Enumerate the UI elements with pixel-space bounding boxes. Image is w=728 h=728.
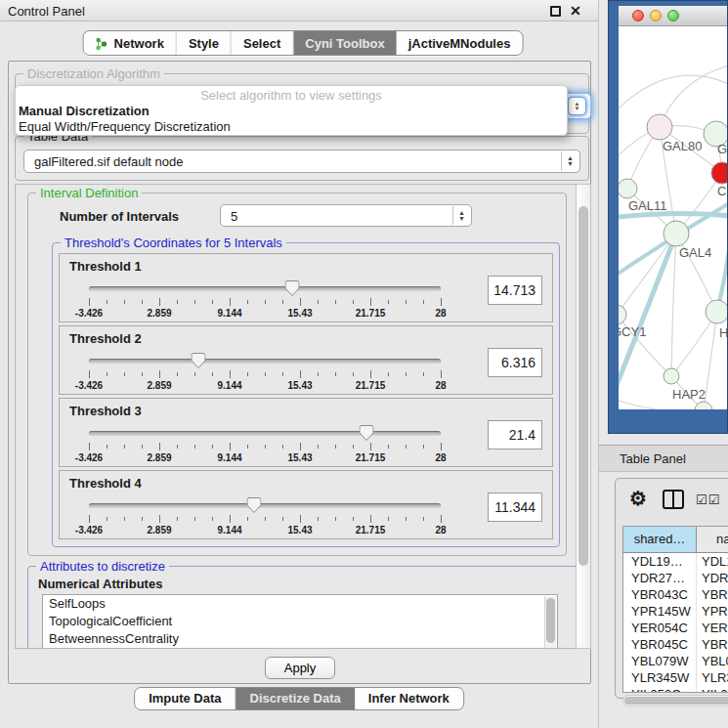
table-data-combobox[interactable]: galFiltered.sif default node ▲▼ [23, 150, 580, 173]
tab-network[interactable]: Network [84, 31, 177, 55]
tick-mark [107, 372, 107, 376]
close-icon[interactable]: ✕ [570, 3, 581, 19]
tick-mark [247, 517, 248, 521]
numerical-attributes-list[interactable]: SelfLoopsTopologicalCoefficientBetweenne… [42, 594, 558, 649]
attribute-list-item[interactable]: SelfLoops [43, 595, 557, 613]
slider-track[interactable] [89, 286, 441, 291]
network-edge[interactable] [619, 75, 727, 116]
threshold-4-slider[interactable]: -3.4262.8599.14415.4321.71528 [89, 498, 441, 537]
network-window-titlebar[interactable] [619, 6, 727, 26]
tab-discretize-data[interactable]: Discretize Data [236, 688, 355, 709]
table-row[interactable]: YBR043CYBR0 [623, 586, 728, 603]
scrollbar-thumb[interactable] [624, 697, 728, 705]
network-canvas[interactable]: GAL80GACGAL11GAL4GCY1HHAP2 [619, 26, 727, 409]
attribute-list-item[interactable]: TopologicalCoefficient [43, 613, 557, 630]
network-node[interactable] [664, 221, 689, 246]
network-node[interactable] [619, 179, 637, 198]
network-node[interactable] [695, 402, 712, 409]
threshold-2-slider[interactable]: -3.4262.8599.14415.4321.71528 [89, 354, 441, 393]
threshold-4-value-field[interactable]: 11.344 [488, 492, 542, 522]
slider-tick-labels: -3.4262.8599.14415.4321.71528 [89, 308, 441, 320]
slider-track[interactable] [89, 431, 441, 436]
slider-thumb[interactable] [284, 280, 299, 296]
attribute-list-item[interactable]: BetweennessCentrality [43, 630, 557, 648]
tick-mark [159, 370, 160, 378]
threshold-3-slider[interactable]: -3.4262.8599.14415.4321.71528 [89, 426, 441, 465]
tab-cyni-toolbox[interactable]: Cyni Toolbox [293, 31, 396, 55]
network-edge[interactable] [660, 65, 727, 127]
table-data-value: galFiltered.sif default node [34, 154, 183, 169]
control-panel-tabbar: Network Style Select Cyni Toolbox jActiv… [83, 30, 524, 56]
table-row[interactable]: YDL19…YDL1 [623, 553, 728, 570]
float-window-icon[interactable] [550, 6, 561, 17]
tab-style[interactable]: Style [177, 31, 232, 55]
column-layout-icon[interactable] [663, 490, 684, 509]
tab-infer-network[interactable]: Infer Network [355, 688, 463, 709]
tick-mark [441, 443, 442, 450]
table-row[interactable]: YIL052CYIL0 [623, 686, 728, 692]
network-node[interactable] [664, 368, 679, 384]
tick-mark [194, 300, 195, 304]
network-node-label: GAL80 [663, 139, 702, 153]
threshold-2-panel: Threshold 2-3.4262.8599.14415.4321.71528… [59, 325, 553, 395]
vertical-scrollbar[interactable] [576, 184, 591, 649]
column-header-name[interactable]: na [697, 527, 728, 552]
tick-mark [318, 445, 319, 449]
table-header-row: shared… na [623, 527, 728, 553]
table-row[interactable]: YER054CYER0 [623, 620, 728, 636]
network-node[interactable] [619, 305, 626, 324]
network-node[interactable] [706, 300, 727, 323]
slider-track[interactable] [89, 359, 441, 364]
tab-select[interactable]: Select [232, 31, 293, 55]
dropdown-option-manual-discretization[interactable]: Manual Discretization [16, 104, 567, 119]
tick-label: 9.144 [217, 525, 241, 535]
close-traffic-light-icon[interactable] [632, 10, 644, 21]
apply-button[interactable]: Apply [265, 657, 335, 679]
column-header-shared-name[interactable]: shared… [623, 527, 697, 552]
combobox-stepper-icon[interactable]: ▲▼ [561, 151, 578, 171]
tab-jactivemnodules[interactable]: jActiveMNodules [397, 31, 523, 55]
slider-track[interactable] [89, 503, 441, 508]
select-checkboxes-icon[interactable]: ☑☑ [696, 492, 720, 507]
attributes-list-scrollbar[interactable] [544, 596, 556, 649]
scrollbar-thumb[interactable] [578, 206, 588, 566]
slider-thumb[interactable] [191, 353, 205, 368]
slider-thumb[interactable] [247, 497, 262, 513]
threshold-3-value-field[interactable]: 21.4 [488, 420, 542, 450]
horizontal-scrollbar[interactable] [622, 695, 728, 707]
tick-mark [230, 443, 231, 450]
tick-mark [142, 372, 143, 376]
threshold-1-value-field[interactable]: 14.713 [488, 276, 542, 305]
tab-impute-data[interactable]: Impute Data [135, 688, 236, 709]
tick-label: 28 [435, 380, 446, 391]
dropdown-option-equal-width-frequency[interactable]: Equal Width/Frequency Discretization [16, 119, 567, 135]
gear-icon[interactable]: ⚙ [629, 487, 647, 510]
network-node[interactable] [711, 162, 727, 184]
table-row[interactable]: YPR145WYPR1 [623, 603, 728, 620]
number-of-intervals-combobox[interactable]: 5 ▲▼ [220, 204, 472, 227]
tick-mark [282, 372, 283, 376]
table-row[interactable]: YLR345WYLR3 [623, 669, 728, 686]
combobox-stepper-icon[interactable]: ▲▼ [568, 97, 586, 115]
slider-tick-labels: -3.4262.8599.14415.4321.71528 [89, 452, 441, 464]
tick-mark [423, 517, 424, 521]
slider-thumb[interactable] [360, 425, 374, 441]
network-edge[interactable] [717, 227, 727, 312]
scrollbar-thumb[interactable] [546, 598, 555, 643]
combobox-stepper-icon[interactable]: ▲▼ [452, 206, 470, 225]
table-row[interactable]: YBR045CYBR0 [623, 636, 728, 653]
network-node[interactable] [647, 114, 672, 140]
table-row[interactable]: YBL079WYBL0 [623, 653, 728, 669]
network-edge[interactable] [671, 234, 676, 376]
tick-mark [159, 515, 160, 523]
number-of-intervals-label: Number of Intervals [60, 209, 179, 224]
network-node-label: H [719, 325, 727, 340]
table-row[interactable]: YDR27…YDR2 [623, 570, 728, 586]
threshold-2-value-field[interactable]: 6.316 [488, 348, 542, 377]
zoom-traffic-light-icon[interactable] [667, 10, 679, 21]
network-edge[interactable] [704, 312, 717, 409]
tick-mark [441, 515, 442, 523]
tick-mark [441, 298, 442, 306]
minimize-traffic-light-icon[interactable] [650, 10, 662, 21]
threshold-1-slider[interactable]: -3.4262.8599.14415.4321.71528 [89, 281, 441, 321]
